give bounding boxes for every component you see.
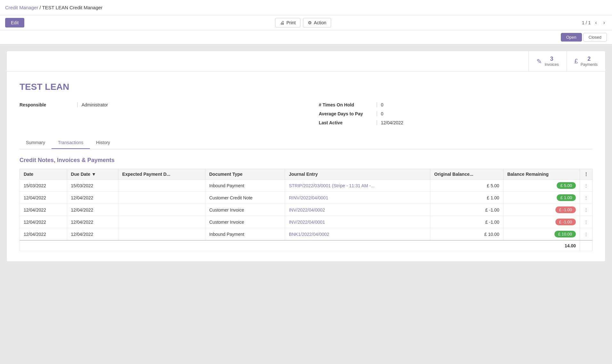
col-options-header[interactable]: ⋮ xyxy=(580,169,592,180)
col-journal-entry[interactable]: Journal Entry xyxy=(285,169,430,180)
cell-journal-entry[interactable]: RINV/2022/04/0001 xyxy=(285,192,430,204)
cell-journal-entry[interactable]: INV/2022/04/0002 xyxy=(285,204,430,216)
pagination: 1 / 1 ‹ › xyxy=(582,19,607,26)
record-card: ✎ 3 Invoices £ 2 Payments TEST LEAN xyxy=(6,51,606,262)
cell-options[interactable]: ⋮ xyxy=(580,228,592,241)
transactions-table: Date Due Date ▼ Expected Payment D... Do… xyxy=(20,169,592,251)
pagination-info: 1 / 1 xyxy=(582,20,591,25)
cell-options[interactable]: ⋮ xyxy=(580,192,592,204)
cell-date: 12/04/2022 xyxy=(20,204,67,216)
table-header: Date Due Date ▼ Expected Payment D... Do… xyxy=(20,169,592,180)
cell-doc-type: Customer Credit Note xyxy=(205,192,285,204)
cell-expected xyxy=(118,204,205,216)
invoices-stat[interactable]: ✎ 3 Invoices xyxy=(529,51,566,71)
col-original-balance[interactable]: Original Balance... xyxy=(430,169,503,180)
record-body: TEST LEAN Responsible Administrator # Ti… xyxy=(7,72,605,261)
cell-journal-entry[interactable]: BNK1/2022/04/0002 xyxy=(285,228,430,241)
responsible-label: Responsible xyxy=(20,102,77,107)
cell-balance-remaining: £ 5.00 xyxy=(503,180,580,192)
edit-button[interactable]: Edit xyxy=(5,18,24,27)
breadcrumb: Credit Manager / TEST LEAN Credit Manage… xyxy=(5,5,103,10)
next-button[interactable]: › xyxy=(601,19,607,26)
payments-stat[interactable]: £ 2 Payments xyxy=(567,51,605,71)
cell-date: 12/04/2022 xyxy=(20,228,67,241)
cell-original-balance: £ -1.00 xyxy=(430,204,503,216)
company-name: TEST LEAN xyxy=(20,82,592,92)
last-active-value: 12/04/2022 xyxy=(377,120,403,125)
col-date[interactable]: Date xyxy=(20,169,67,180)
cell-original-balance: £ 5.00 xyxy=(430,180,503,192)
cell-due-date: 12/04/2022 xyxy=(67,216,118,228)
status-closed-button[interactable]: Closed xyxy=(583,33,607,42)
fields-right: # Times On Hold 0 Average Days to Pay 0 … xyxy=(319,102,593,129)
gear-icon: ⚙ xyxy=(308,20,312,25)
cell-balance-remaining: £ -1.00 xyxy=(503,216,580,228)
payment-count: 2 xyxy=(581,56,598,62)
section-title: Credit Notes, Invoices & Payments xyxy=(20,157,592,164)
cell-doc-type: Customer Invoice xyxy=(205,216,285,228)
tab-transactions[interactable]: Transactions xyxy=(52,137,90,149)
table-footer: 14.00 xyxy=(20,240,592,251)
cell-options[interactable]: ⋮ xyxy=(580,180,592,192)
col-balance-remaining[interactable]: Balance Remaining xyxy=(503,169,580,180)
cell-date: 12/04/2022 xyxy=(20,216,67,228)
printer-icon: 🖨 xyxy=(280,20,284,25)
tab-summary[interactable]: Summary xyxy=(20,137,52,149)
breadcrumb-separator: / xyxy=(40,5,42,10)
col-due-date[interactable]: Due Date ▼ xyxy=(67,169,118,180)
cell-doc-type: Inbound Payment xyxy=(205,180,285,192)
cell-options[interactable]: ⋮ xyxy=(580,216,592,228)
status-open-button[interactable]: Open xyxy=(561,33,582,42)
cell-journal-entry[interactable]: STRIP/2022/03/0001 (Stripe - 11:31 AM -.… xyxy=(285,180,430,192)
cell-journal-entry[interactable]: INV/2022/04/0001 xyxy=(285,216,430,228)
stats-header: ✎ 3 Invoices £ 2 Payments xyxy=(7,51,605,72)
avg-days-value: 0 xyxy=(377,111,384,116)
cell-expected xyxy=(118,180,205,192)
col-doc-type[interactable]: Document Type xyxy=(205,169,285,180)
last-active-label: Last Active xyxy=(319,120,377,125)
transactions-section: Credit Notes, Invoices & Payments Date D… xyxy=(20,157,592,251)
times-on-hold-label: # Times On Hold xyxy=(319,102,377,107)
transactions-body: 15/03/2022 15/03/2022 Inbound Payment ST… xyxy=(20,180,592,241)
cell-due-date: 15/03/2022 xyxy=(67,180,118,192)
payment-icon: £ xyxy=(575,58,578,65)
cell-original-balance: £ 1.00 xyxy=(430,192,503,204)
tabs: Summary Transactions History xyxy=(20,137,592,149)
cell-balance-remaining: £ 10.00 xyxy=(503,228,580,241)
cell-balance-remaining: £ -1.00 xyxy=(503,204,580,216)
cell-expected xyxy=(118,192,205,204)
cell-date: 12/04/2022 xyxy=(20,192,67,204)
payment-label: Payments xyxy=(581,62,598,67)
fields-row: Responsible Administrator # Times On Hol… xyxy=(20,102,592,129)
avg-days-field: Average Days to Pay 0 xyxy=(319,111,593,116)
breadcrumb-current: TEST LEAN Credit Manager xyxy=(42,5,103,10)
avg-days-label: Average Days to Pay xyxy=(319,111,377,116)
table-row[interactable]: 12/04/2022 12/04/2022 Inbound Payment BN… xyxy=(20,228,592,241)
action-button[interactable]: ⚙ Action xyxy=(303,18,331,27)
table-row[interactable]: 12/04/2022 12/04/2022 Customer Invoice I… xyxy=(20,216,592,228)
times-on-hold-value: 0 xyxy=(377,102,384,107)
prev-button[interactable]: ‹ xyxy=(593,19,599,26)
times-on-hold-field: # Times On Hold 0 xyxy=(319,102,593,107)
main-content: ✎ 3 Invoices £ 2 Payments TEST LEAN xyxy=(0,44,612,273)
cell-expected xyxy=(118,228,205,241)
cell-due-date: 12/04/2022 xyxy=(67,192,118,204)
breadcrumb-parent[interactable]: Credit Manager xyxy=(5,5,38,10)
col-expected-payment[interactable]: Expected Payment D... xyxy=(118,169,205,180)
cell-date: 15/03/2022 xyxy=(20,180,67,192)
table-row[interactable]: 12/04/2022 12/04/2022 Customer Credit No… xyxy=(20,192,592,204)
invoice-label: Invoices xyxy=(544,62,559,67)
breadcrumb-bar: Credit Manager / TEST LEAN Credit Manage… xyxy=(0,0,612,15)
responsible-field: Responsible Administrator xyxy=(20,102,293,107)
cell-options[interactable]: ⋮ xyxy=(580,204,592,216)
tab-history[interactable]: History xyxy=(90,137,117,149)
table-row[interactable]: 15/03/2022 15/03/2022 Inbound Payment ST… xyxy=(20,180,592,192)
cell-doc-type: Inbound Payment xyxy=(205,228,285,241)
total-value: 14.00 xyxy=(20,240,580,251)
cell-expected xyxy=(118,216,205,228)
table-row[interactable]: 12/04/2022 12/04/2022 Customer Invoice I… xyxy=(20,204,592,216)
toolbar: Edit 🖨 Print ⚙ Action 1 / 1 ‹ › xyxy=(0,15,612,30)
cell-due-date: 12/04/2022 xyxy=(67,204,118,216)
print-button[interactable]: 🖨 Print xyxy=(275,18,300,27)
cell-doc-type: Customer Invoice xyxy=(205,204,285,216)
